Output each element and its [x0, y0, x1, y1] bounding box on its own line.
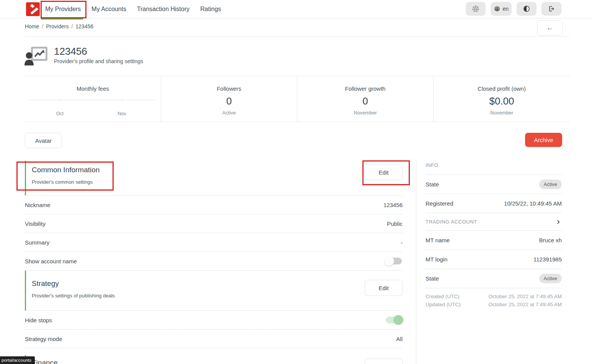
axis-tick: [60, 98, 60, 100]
row-label: Hide stops: [25, 317, 52, 323]
navbar-action-buttons: en: [466, 2, 561, 16]
stat-follower-growth: Follower growth 0 November: [297, 76, 434, 122]
archive-button[interactable]: Archive: [525, 133, 562, 147]
nav-tab-my-providers[interactable]: My Providers: [45, 3, 81, 15]
axis-tick-label: Nov: [118, 111, 126, 116]
breadcrumb-providers[interactable]: Providers: [46, 23, 68, 29]
contrast-half-circle-icon: [523, 5, 530, 13]
toggle-knob: [393, 315, 403, 325]
logout-button[interactable]: [541, 2, 561, 16]
status-badge: Active: [539, 180, 562, 189]
logout-icon: [548, 5, 555, 13]
strategy-rows: Hide stops Strategy mode All: [25, 310, 403, 348]
row-value: 10/25/22, 10:49:45 AM: [504, 200, 562, 207]
finance-edit-button[interactable]: Edit: [365, 359, 403, 364]
section-title: Finance: [32, 355, 403, 364]
axis-tick-label: Oct: [56, 111, 64, 116]
sidebar-row-state-2: State Active: [426, 269, 562, 288]
trading-account-title: TRADING ACCOUNT: [426, 219, 477, 225]
stat-caption: November: [297, 110, 433, 116]
sidebar-row-state: State Active: [426, 175, 562, 194]
row-value: Public: [387, 220, 403, 227]
row-label: MT name: [426, 237, 450, 243]
row-label: Strategy mode: [25, 336, 62, 342]
section-title: Common Information: [32, 161, 403, 174]
nav-tab-ratings[interactable]: Ratings: [200, 3, 221, 15]
theme-contrast-button[interactable]: [517, 2, 537, 16]
stat-caption: Active: [161, 110, 297, 116]
page-title: 123456: [54, 46, 87, 57]
chevron-right-icon: [555, 219, 562, 225]
row-value: -: [401, 239, 403, 246]
stat-caption: November: [434, 110, 570, 116]
breadcrumb-home[interactable]: Home: [25, 23, 39, 29]
stat-title: Followers: [161, 85, 297, 92]
row-hide-stops: Hide stops: [25, 311, 403, 330]
stat-title: Monthly fees: [25, 85, 161, 92]
settings-button[interactable]: [466, 2, 486, 16]
back-arrow-icon: ←: [546, 24, 554, 32]
avatar-button[interactable]: Avatar: [25, 133, 62, 148]
section-title: Strategy: [32, 271, 403, 288]
page-subtitle: Provider's profile and sharing settings: [54, 58, 143, 64]
row-summary: Summary -: [25, 233, 403, 252]
link-status-tooltip: portal/accounts: [0, 356, 35, 364]
stat-title: Follower growth: [297, 85, 433, 92]
row-label: Show account name: [25, 258, 77, 264]
brand-logo-icon[interactable]: [26, 2, 40, 16]
row-label: Visibility: [25, 220, 46, 227]
row-value: 123456: [383, 202, 403, 208]
status-badge: Active: [539, 274, 562, 283]
created-value: October 25, 2022 at 7:49:45 AM: [461, 294, 562, 299]
strategy-section-header: Strategy Provider's settings of publishi…: [25, 271, 403, 310]
stat-followers: Followers 0 Active: [161, 76, 297, 122]
common-information-rows: Nickname 123456 Visibility Public Summar…: [25, 195, 403, 271]
sidebar-row-registered: Registered 10/25/22, 10:49:45 AM: [426, 194, 562, 213]
main-content: Common Information Provider's common set…: [25, 161, 403, 364]
top-navbar: My Providers My Accounts Transaction His…: [0, 0, 592, 18]
toggle-knob: [384, 256, 394, 266]
row-nickname: Nickname 123456: [25, 196, 403, 214]
row-label: MT login: [426, 256, 447, 263]
nav-tabs: My Providers My Accounts Transaction His…: [45, 3, 221, 15]
breadcrumb: Home / Providers / 123456: [25, 23, 93, 29]
row-value: All: [396, 336, 403, 342]
stat-value: $0.00: [434, 95, 570, 107]
row-visibility: Visibility Public: [25, 214, 403, 233]
hide-stops-toggle[interactable]: [386, 317, 402, 323]
row-label: Registered: [426, 200, 453, 207]
sidebar-row-mt-login: MT login 112391985: [426, 250, 562, 269]
sidebar-row-mt-name: MT name Bruce xh: [426, 231, 562, 250]
breadcrumb-separator: /: [42, 23, 43, 29]
common-edit-button[interactable]: Edit: [365, 164, 403, 180]
common-information-section-header: Common Information Provider's common set…: [25, 161, 403, 195]
row-label: State: [426, 181, 439, 188]
breadcrumb-current: 123456: [75, 23, 93, 29]
stat-value: 0: [161, 95, 297, 107]
row-value: Bruce xh: [539, 237, 562, 243]
trading-account-expander[interactable]: TRADING ACCOUNT: [426, 213, 562, 231]
back-button[interactable]: ←: [537, 20, 563, 36]
stat-title: Closed profit (own): [434, 85, 570, 92]
row-label: Nickname: [25, 202, 51, 208]
language-button[interactable]: en: [491, 2, 512, 16]
axis-tick: [122, 98, 122, 100]
row-show-account-name: Show account name: [25, 252, 403, 271]
globe-icon: [494, 5, 501, 12]
vertical-divider: [416, 161, 416, 364]
strategy-edit-button[interactable]: Edit: [365, 280, 403, 296]
show-account-name-toggle[interactable]: [386, 258, 402, 264]
updated-label: Updated (UTC): [426, 302, 461, 307]
nav-tab-my-accounts[interactable]: My Accounts: [91, 3, 126, 15]
created-label: Created (UTC): [426, 294, 461, 299]
breadcrumb-separator: /: [71, 23, 73, 29]
provider-avatar-icon: [24, 46, 48, 66]
stats-strip: Monthly fees Oct Nov Followers 0 Active …: [25, 76, 570, 122]
stat-closed-profit: Closed profit (own) $0.00 November: [434, 76, 570, 122]
nav-tab-transaction-history[interactable]: Transaction History: [137, 3, 189, 15]
monthly-fees-chart-axis: Oct Nov: [29, 100, 156, 100]
stat-monthly-fees: Monthly fees Oct Nov: [25, 76, 161, 122]
provider-profile-page: My Providers My Accounts Transaction His…: [0, 0, 592, 364]
gear-icon: [471, 5, 480, 13]
row-label: Summary: [25, 239, 49, 246]
